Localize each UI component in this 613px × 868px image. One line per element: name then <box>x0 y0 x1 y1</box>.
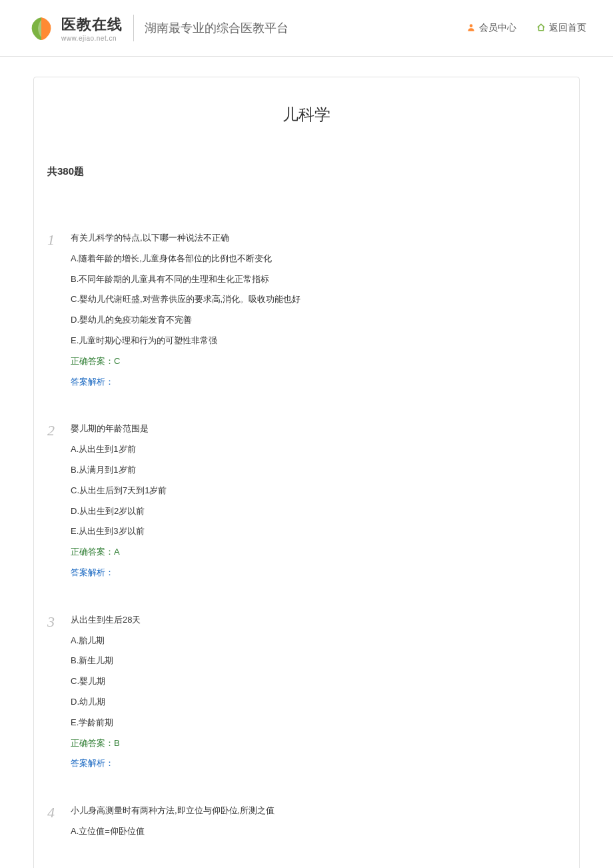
question-item: 4小儿身高测量时有两种方法,即立位与仰卧位,所测之值A.立位值=仰卧位值 <box>47 804 566 845</box>
answer-analysis: 答案解析： <box>71 375 566 389</box>
question-item: 2婴儿期的年龄范围是A.从出生到1岁前B.从满月到1岁前C.从出生后到7天到1岁… <box>47 422 566 579</box>
question-option: A.随着年龄的增长,儿童身体各部位的比例也不断变化 <box>71 252 566 266</box>
correct-answer: 正确答案：A <box>71 545 566 559</box>
question-option: D.幼儿期 <box>71 695 566 709</box>
question-number: 3 <box>47 613 71 771</box>
question-option: C.婴幼儿代谢旺盛,对营养供应的要求高,消化。吸收功能也好 <box>71 293 566 307</box>
question-item: 1有关儿科学的特点,以下哪一种说法不正确A.随着年龄的增长,儿童身体各部位的比例… <box>47 231 566 389</box>
logo-section: 医教在线 www.ejiao.net.cn <box>27 13 123 43</box>
question-option: D.婴幼儿的免疫功能发育不完善 <box>71 313 566 327</box>
logo-url: www.ejiao.net.cn <box>61 35 123 42</box>
page-header: 医教在线 www.ejiao.net.cn 湖南最专业的综合医教平台 会员中心 … <box>0 0 613 57</box>
question-option: A.从出生到1岁前 <box>71 443 566 457</box>
tagline: 湖南最专业的综合医教平台 <box>145 20 289 36</box>
logo-text: 医教在线 www.ejiao.net.cn <box>61 15 123 42</box>
question-body: 婴儿期的年龄范围是A.从出生到1岁前B.从满月到1岁前C.从出生后到7天到1岁前… <box>71 422 566 579</box>
question-option: B.从满月到1岁前 <box>71 463 566 477</box>
content-wrapper: 儿科学 共380题 1有关儿科学的特点,以下哪一种说法不正确A.随着年龄的增长,… <box>0 57 613 868</box>
page-title: 儿科学 <box>34 104 579 125</box>
question-option: C.从出生后到7天到1岁前 <box>71 484 566 498</box>
content-box: 儿科学 共380题 1有关儿科学的特点,以下哪一种说法不正确A.随着年龄的增长,… <box>33 77 580 868</box>
question-number: 4 <box>47 804 71 845</box>
question-option: A.胎儿期 <box>71 634 566 648</box>
question-option: E.从出生到3岁以前 <box>71 525 566 539</box>
question-option: C.婴儿期 <box>71 675 566 689</box>
question-body: 从出生到生后28天A.胎儿期B.新生儿期C.婴儿期D.幼儿期E.学龄前期正确答案… <box>71 613 566 771</box>
question-option: B.新生儿期 <box>71 654 566 668</box>
question-option: D.从出生到2岁以前 <box>71 505 566 519</box>
question-text: 有关儿科学的特点,以下哪一种说法不正确 <box>71 231 566 245</box>
question-list: 1有关儿科学的特点,以下哪一种说法不正确A.随着年龄的增长,儿童身体各部位的比例… <box>34 231 579 845</box>
svg-point-0 <box>470 24 473 27</box>
question-option: A.立位值=仰卧位值 <box>71 825 566 839</box>
logo-icon <box>27 13 56 43</box>
question-number: 1 <box>47 231 71 389</box>
question-body: 小儿身高测量时有两种方法,即立位与仰卧位,所测之值A.立位值=仰卧位值 <box>71 804 566 845</box>
correct-answer: 正确答案：B <box>71 737 566 751</box>
answer-analysis: 答案解析： <box>71 757 566 771</box>
home-label: 返回首页 <box>549 22 586 34</box>
user-icon <box>466 23 476 34</box>
question-option: B.不同年龄期的儿童具有不同的生理和生化正常指标 <box>71 273 566 287</box>
question-option: E.儿童时期心理和行为的可塑性非常强 <box>71 334 566 348</box>
answer-analysis: 答案解析： <box>71 566 566 580</box>
nav-links: 会员中心 返回首页 <box>466 22 586 34</box>
member-center-label: 会员中心 <box>479 22 516 34</box>
question-number: 2 <box>47 422 71 579</box>
logo-title: 医教在线 <box>61 15 123 35</box>
question-text: 婴儿期的年龄范围是 <box>71 422 566 436</box>
member-center-link[interactable]: 会员中心 <box>466 22 516 34</box>
home-link[interactable]: 返回首页 <box>536 22 586 34</box>
correct-answer: 正确答案：C <box>71 355 566 369</box>
home-icon <box>536 23 546 34</box>
question-option: E.学龄前期 <box>71 716 566 730</box>
question-count: 共380题 <box>34 165 579 178</box>
question-item: 3从出生到生后28天A.胎儿期B.新生儿期C.婴儿期D.幼儿期E.学龄前期正确答… <box>47 613 566 771</box>
question-body: 有关儿科学的特点,以下哪一种说法不正确A.随着年龄的增长,儿童身体各部位的比例也… <box>71 231 566 389</box>
question-text: 小儿身高测量时有两种方法,即立位与仰卧位,所测之值 <box>71 804 566 818</box>
question-text: 从出生到生后28天 <box>71 613 566 627</box>
header-divider <box>133 15 134 41</box>
